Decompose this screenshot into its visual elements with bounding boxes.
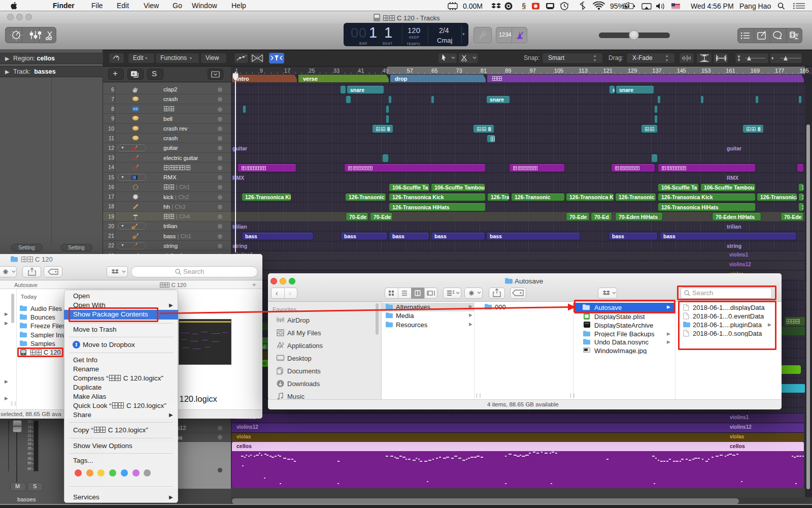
svg-text:§: § [522, 2, 526, 10]
svg-text:+: + [132, 71, 135, 77]
